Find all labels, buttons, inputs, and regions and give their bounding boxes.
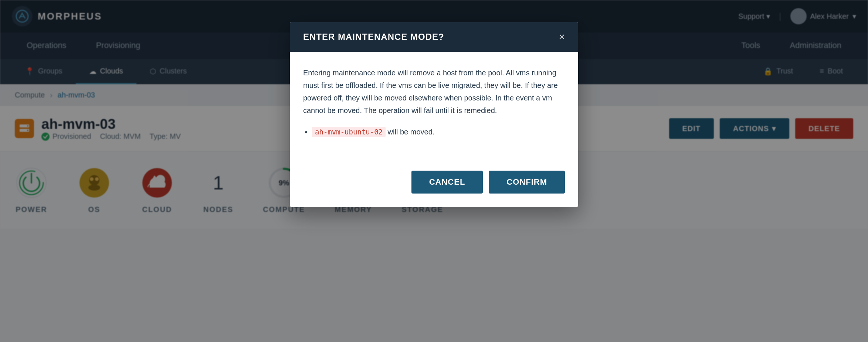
modal-title: ENTER MAINTENANCE MODE? xyxy=(303,32,444,42)
modal-header: ENTER MAINTENANCE MODE? × xyxy=(290,22,578,52)
modal-vm-item: ah-mvm-ubuntu-02 will be moved. xyxy=(312,126,565,138)
modal-footer: CANCEL CONFIRM xyxy=(290,162,578,207)
modal-description: Entering maintenance mode will remove a … xyxy=(303,66,565,117)
vm-suffix: will be moved. xyxy=(388,128,435,136)
modal-confirm-button[interactable]: CONFIRM xyxy=(489,171,565,194)
modal-body: Entering maintenance mode will remove a … xyxy=(290,52,578,162)
modal-vm-list: ah-mvm-ubuntu-02 will be moved. xyxy=(312,126,565,138)
vm-code: ah-mvm-ubuntu-02 xyxy=(312,127,386,137)
modal-cancel-button[interactable]: CANCEL xyxy=(411,171,483,194)
modal-overlay: ENTER MAINTENANCE MODE? × Entering maint… xyxy=(0,0,868,342)
maintenance-modal: ENTER MAINTENANCE MODE? × Entering maint… xyxy=(290,22,578,207)
modal-close-button[interactable]: × xyxy=(559,32,565,42)
